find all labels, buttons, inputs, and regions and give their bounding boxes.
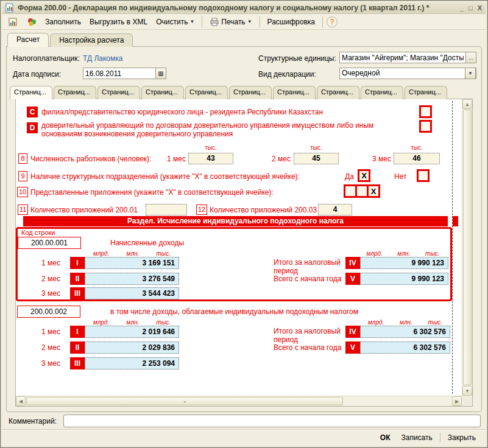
fill-colored-icon [27, 17, 37, 27]
group2-value-3[interactable]: 2 253 094 [85, 357, 179, 369]
calendar-icon[interactable]: ▦ [155, 68, 166, 79]
dropdown-arrow-icon[interactable]: ▼ [465, 68, 476, 79]
sign-date-input[interactable] [83, 68, 156, 79]
form-200-window: Форма 200.00 - Декларация по индивидуаль… [0, 0, 488, 448]
group1-value-1[interactable]: 3 169 151 [85, 257, 179, 269]
page-tab-4[interactable]: Страниц... [141, 86, 184, 99]
group2-ytd-value[interactable]: 6 302 576 [360, 341, 450, 354]
horizontal-scroll-track[interactable] [343, 396, 452, 406]
units-mln: млн. [398, 250, 411, 257]
group1-month-1: 1 мес [34, 259, 60, 267]
print-button[interactable]: Печать▼ [206, 15, 255, 29]
horizontal-scroll-thumb[interactable]: ● [26, 397, 343, 405]
close-form-button[interactable]: Закрыть [443, 432, 481, 444]
group1-roman-2: II [70, 273, 85, 285]
vertical-scrollbar[interactable]: ▲ ▼ [462, 99, 472, 396]
group2-value-1[interactable]: 2 019 646 [85, 326, 179, 338]
refresh-button[interactable] [23, 15, 40, 29]
group2-total-value[interactable]: 6 302 576 [360, 326, 450, 338]
clear-button[interactable]: Очистить▼ [152, 15, 198, 29]
group2-roman-3: III [70, 357, 85, 369]
toolbar-separator [322, 16, 323, 27]
row-9-yes-checkbox[interactable]: X [358, 169, 370, 182]
group1-ytd-label: Всего с начала года [274, 275, 341, 283]
scroll-right-icon[interactable]: ▶ [452, 396, 462, 406]
vertical-scroll-thumb[interactable] [463, 110, 472, 385]
scroll-down-icon[interactable]: ▼ [462, 386, 472, 396]
page-tab-2[interactable]: Страниц... [54, 86, 96, 99]
section-title-bar: Раздел. Исчисление индивидуального подох… [23, 216, 448, 226]
group2-code: 200.00.002 [17, 306, 80, 318]
group1-value-2[interactable]: 3 276 549 [85, 273, 179, 285]
page-tab-8[interactable]: Страниц... [317, 86, 359, 99]
row-11-field[interactable] [146, 204, 187, 215]
tab-calc-settings[interactable]: Настройка расчета [50, 33, 133, 47]
structural-units-label: Структурные единицы: [258, 54, 336, 63]
row-8-month-3-label: 3 мес [372, 155, 391, 163]
maximize-button[interactable]: □ [469, 4, 473, 12]
page-tab-7[interactable]: Страниц... [273, 86, 316, 99]
footer-bar: ОК Записать Закрыть [2, 429, 486, 446]
units-bln: млрд. [93, 319, 109, 326]
row-8-month-2-field[interactable]: 45 [294, 153, 339, 164]
close-button[interactable]: X [478, 4, 482, 12]
page-tab-3[interactable]: Страниц... [97, 86, 140, 99]
header-fields: Налогоплательщик: ТД Лакомка Структурные… [7, 47, 481, 85]
page-tab-1[interactable]: Страниц... [10, 86, 52, 99]
scroll-left-icon[interactable]: ◀ [16, 396, 26, 406]
row-9-yes-label: Да [345, 172, 354, 181]
comment-input[interactable] [63, 415, 481, 427]
row-9-no-label: Нет [394, 172, 406, 181]
taxpayer-link[interactable]: ТД Лакомка [83, 54, 122, 63]
scroll-up-icon[interactable]: ▲ [462, 99, 472, 109]
group2-value-2[interactable]: 2 029 836 [85, 341, 179, 354]
save-button[interactable]: Записать [397, 432, 437, 444]
print-button-label: Печать [221, 18, 245, 26]
toolbar-separator [260, 16, 260, 27]
structural-units-input[interactable] [339, 52, 466, 63]
row-10-cells: X [344, 184, 380, 198]
row-8-month-1-field[interactable]: 43 [188, 153, 233, 164]
help-button[interactable]: ? [327, 16, 338, 27]
row-8-month-3-field[interactable]: 46 [394, 153, 440, 164]
row-c-checkbox[interactable] [419, 105, 432, 118]
units-bln: млрд. [93, 250, 109, 257]
group2-total-label: Итого за налоговый период [274, 327, 345, 344]
group1-month-3: 3 мес [34, 289, 60, 298]
group2-month-3: 3 мес [34, 359, 60, 368]
title-bar: Форма 200.00 - Декларация по индивидуаль… [2, 2, 486, 14]
group1-total-value[interactable]: 9 990 123 [360, 257, 448, 269]
declaration-type-select[interactable]: Очередной [339, 68, 476, 79]
ok-button[interactable]: ОК [375, 432, 395, 444]
fill-button[interactable]: Заполнить [41, 15, 85, 29]
group1-value-3[interactable]: 3 544 423 [85, 287, 179, 299]
units-ellipsis-button[interactable]: ... [465, 52, 476, 63]
group1-ytd-value[interactable]: 9 990 123 [360, 273, 448, 285]
row-10-cell-3[interactable]: X [367, 184, 380, 198]
group2-ytd-roman: V [345, 341, 360, 354]
row-12-field[interactable]: 4 [318, 204, 352, 215]
horizontal-scrollbar[interactable]: ◀ ● ▶ [16, 396, 462, 406]
page-break-line [452, 101, 453, 394]
row-c-label: филиал/представительство юридического ли… [41, 108, 323, 116]
tab-calc[interactable]: Расчет [7, 33, 49, 47]
open-form-button[interactable] [5, 15, 22, 29]
row-9-no-checkbox[interactable] [417, 169, 430, 182]
units-ths: тыс. [425, 250, 439, 257]
page-tab-5[interactable]: Страниц... [185, 86, 228, 99]
page-tab-9[interactable]: Страниц... [361, 86, 403, 99]
page-tab-6[interactable]: Страниц... [229, 86, 272, 99]
minimize-button[interactable]: _ [460, 4, 464, 12]
thousands-header: тыс. [294, 144, 339, 151]
group2-title: в том числе доходы, облагаемые индивидуа… [110, 307, 358, 316]
thousands-header: тыс. [394, 144, 440, 151]
group1-month-2: 2 мес [34, 275, 60, 283]
units-mln: млн. [127, 250, 140, 257]
decipher-button[interactable]: Расшифровка [264, 15, 319, 29]
page-tab-10[interactable]: Страниц... [405, 86, 447, 99]
decipher-label: Расшифровка [267, 18, 315, 26]
row-d-checkbox[interactable] [419, 120, 432, 133]
printer-icon [210, 17, 219, 27]
group2-roman-1: I [70, 326, 85, 338]
export-xml-button[interactable]: Выгрузить в XML [86, 15, 151, 29]
